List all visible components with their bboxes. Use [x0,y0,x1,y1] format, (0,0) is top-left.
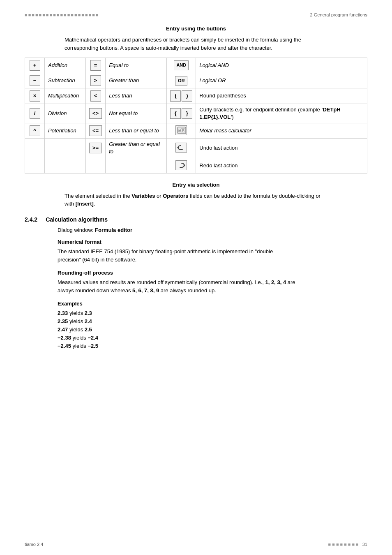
btn-minus: − [25,73,45,88]
btn-greater: > [86,73,106,88]
page-header: ■■■■■■■■■■■■■■■■■■■■■ 2 General program … [25,12,367,17]
example-row: −2.38 yields −2.4 [58,335,367,341]
svg-marker-6 [177,146,178,149]
btn-greaterequal: >= [86,139,106,158]
table-row: / Division <> Not equal to { } Curly bra… [25,104,367,123]
example-row: 2.33 yields 2.3 [58,310,367,316]
label-empty-1 [45,139,86,158]
examples-heading: Examples [58,301,367,307]
rounding-up-values: 5, 6, 7, 8, 9 [132,287,159,294]
label-undo: Undo last action [196,139,367,158]
svg-marker-7 [184,164,185,166]
label-subtraction: Subtraction [45,73,86,88]
btn-divide: / [25,104,45,123]
btn-redo [167,158,196,173]
label-molar: Molar mass calculator [196,123,367,138]
numerical-format-text: The standard IEEE 754 (1985) for binary … [58,247,296,264]
label-or: Logical OR [196,73,367,88]
page-number: 31 [362,542,367,547]
label-multiply: Multiplication [45,88,86,104]
numerical-format-heading: Numerical format [58,239,367,245]
label-redo: Redo last action [196,158,367,173]
btn-and: AND [167,58,196,73]
btn-plus: + [25,58,45,73]
btn-power: ^ [25,123,45,138]
variables-bold: Variables [131,193,155,199]
label-addition: Addition [45,58,86,73]
btn-equal: = [86,58,106,73]
insert-bold: [Insert] [76,201,94,207]
rounding-off-heading: Rounding-off process [58,270,367,276]
btn-multiply: × [25,88,45,104]
page-number-area: ■■■■■■■■ 31 [328,542,367,547]
page-footer: tiamo 2.4 ■■■■■■■■ 31 [25,542,367,547]
section-242-block: 2.4.2 Calculation algorithms [25,216,367,223]
btn-less: < [86,88,106,104]
table-row: Redo last action [25,158,367,173]
label-empty-3 [106,158,167,173]
table-row: ^ Potentiation <= Less than or equal to … [25,123,367,138]
table-row: >= Greater than or equal to Undo last ac… [25,139,367,158]
btn-undo [167,139,196,158]
label-and: Logical AND [196,58,367,73]
operators-bold: Operators [163,193,188,199]
section-number: 2.4.2 [25,216,37,223]
label-less: Less than [106,88,167,104]
btn-notequal: <> [86,104,106,123]
btn-curlybrackets: { } [167,104,196,123]
entry-buttons-heading: Entry using the buttons [25,25,367,32]
label-curlybrackets: Curly brackets e.g. for endpoint definit… [196,104,367,123]
example-row: 2.47 yields 2.5 [58,326,367,333]
label-greaterequal: Greater than or equal to [106,139,167,158]
label-empty-2 [45,158,86,173]
product-name: tiamo 2.4 [25,542,43,547]
entry-via-heading: Entry via selection [25,182,367,188]
label-greater: Greater than [106,73,167,88]
example-row: −2.45 yields −2.5 [58,343,367,349]
btn-empty-1 [25,139,45,158]
label-divide: Division [45,104,86,123]
label-equal: Equal to [106,58,167,73]
entry-via-text: The element selected in the Variables or… [65,192,327,208]
btn-or: OR [167,73,196,88]
label-notequal: Not equal to [106,104,167,123]
page-dots: ■■■■■■■■ [328,542,360,547]
entry-via-section: Entry via selection The element selected… [25,182,367,208]
section-title: Calculation algorithms [46,216,108,223]
btn-empty-2 [25,158,45,173]
btn-lessequal: <= [86,123,106,138]
entry-buttons-intro: Mathematical operators and parentheses o… [65,36,327,52]
btn-empty-3 [86,158,106,173]
dialog-ref-bold: Formula editor [95,227,132,233]
btn-molar: M [167,123,196,138]
table-row: + Addition = Equal to AND Logical AND [25,58,367,73]
table-row: × Multiplication < Less than ( ) Round p… [25,88,367,104]
label-power: Potentiation [45,123,86,138]
rounding-down-values: 1, 2, 3, 4 [265,279,286,285]
btn-parens: ( ) [167,88,196,104]
label-parens: Round parentheses [196,88,367,104]
example-row: 2.35 yields 2.4 [58,318,367,324]
rounding-off-text: Measured values and results are rounded … [58,278,296,295]
table-row: − Subtraction > Greater than OR Logical … [25,73,367,88]
dialog-ref: Dialog window: Formula editor [58,227,367,233]
header-dots: ■■■■■■■■■■■■■■■■■■■■■ [25,12,99,17]
header-section: 2 General program functions [310,12,367,17]
label-lessequal: Less than or equal to [106,123,167,138]
operator-table: + Addition = Equal to AND Logical AND − … [25,58,367,173]
